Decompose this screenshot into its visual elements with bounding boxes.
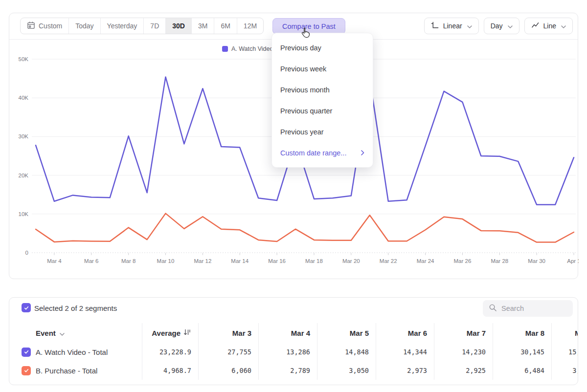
linear-axis-icon bbox=[431, 21, 439, 31]
table-row-label-b-purchase-total: B. Purchase - Total bbox=[9, 361, 142, 380]
chart-type-dropdown-button[interactable]: Line bbox=[524, 18, 573, 34]
date-header-label: Mar 5 bbox=[350, 329, 369, 337]
segments-table: EventAverageMar 3Mar 4Mar 5Mar 6Mar 7Mar… bbox=[9, 323, 578, 380]
date-range-3m[interactable]: 3M bbox=[191, 18, 214, 34]
table-row-label-a-watch-video-total: A. Watch Video - Total bbox=[9, 343, 142, 361]
x-axis-tick-label: Mar 20 bbox=[342, 258, 360, 264]
x-axis-tick-label: Mar 18 bbox=[305, 258, 323, 264]
x-axis-tick-label: Mar 22 bbox=[380, 258, 397, 264]
cell-clipped: 15, bbox=[551, 343, 578, 361]
row-checkbox[interactable] bbox=[22, 366, 31, 375]
date-range-30d[interactable]: 30D bbox=[165, 18, 191, 34]
chart-display-controls: Linear Day Line bbox=[424, 18, 573, 34]
cell-mar-4: 2,789 bbox=[258, 361, 317, 380]
checkmark-icon bbox=[23, 305, 29, 311]
series-line-b-purchase-total[interactable] bbox=[36, 214, 574, 242]
row-checkbox[interactable] bbox=[22, 348, 31, 357]
legend-swatch bbox=[222, 46, 228, 52]
sort-descending-icon bbox=[183, 328, 191, 338]
y-axis-tick-label: 30K bbox=[19, 133, 29, 139]
y-axis-tick-label: 10K bbox=[19, 211, 29, 217]
custom-date-range-label: Custom date range... bbox=[280, 149, 346, 157]
date-range-control: CustomTodayYesterday7D30D3M6M12M bbox=[20, 18, 264, 34]
table-header-event[interactable]: Event bbox=[9, 323, 142, 343]
menu-item-previous-day[interactable]: Previous day bbox=[272, 37, 373, 58]
x-axis-tick-label: Apr 1 bbox=[567, 258, 579, 264]
y-axis-tick-label: 50K bbox=[19, 56, 29, 62]
table-header-clipped: M bbox=[551, 323, 578, 343]
chevron-right-icon bbox=[361, 149, 364, 157]
date-range-6m[interactable]: 6M bbox=[214, 18, 236, 34]
segments-search-box[interactable] bbox=[483, 300, 573, 317]
date-range-yesterday[interactable]: Yesterday bbox=[100, 18, 144, 34]
table-header-mar-8[interactable]: Mar 8 bbox=[493, 323, 551, 343]
date-range-label: 30D bbox=[172, 22, 185, 30]
segment-label: A. Watch Video - Total bbox=[36, 348, 108, 356]
cell-mar-7: 2,925 bbox=[434, 361, 493, 380]
scale-dropdown-label: Linear bbox=[443, 22, 462, 30]
cell-mar-7: 14,230 bbox=[434, 343, 493, 361]
date-range-custom[interactable]: Custom bbox=[21, 18, 68, 34]
date-range-label: 7D bbox=[150, 22, 159, 30]
date-range-label: 6M bbox=[221, 22, 230, 30]
table-header-mar-6[interactable]: Mar 6 bbox=[376, 323, 434, 343]
date-range-label: Custom bbox=[39, 22, 62, 30]
selected-segments-label: Selected 2 of 2 segments bbox=[34, 304, 117, 312]
line-chart-icon bbox=[531, 21, 540, 31]
interval-dropdown-button[interactable]: Day bbox=[484, 18, 519, 34]
menu-item-label: Previous month bbox=[280, 86, 330, 94]
cell-average: 4,968.7 bbox=[142, 361, 198, 380]
menu-item-previous-month[interactable]: Previous month bbox=[272, 79, 373, 100]
menu-item-previous-week[interactable]: Previous week bbox=[272, 58, 373, 79]
average-header-label: Average bbox=[152, 329, 181, 337]
x-axis-tick-label: Mar 12 bbox=[194, 258, 212, 264]
menu-item-previous-year[interactable]: Previous year bbox=[272, 121, 373, 142]
chevron-down-icon bbox=[467, 22, 472, 30]
table-header-mar-7[interactable]: Mar 7 bbox=[434, 323, 493, 343]
y-axis-tick-label: 0 bbox=[25, 250, 28, 256]
segments-summary-row: Selected 2 of 2 segments bbox=[9, 298, 578, 323]
search-icon bbox=[489, 304, 497, 314]
cell-mar-8: 30,145 bbox=[493, 343, 551, 361]
cell-average: 23,228.9 bbox=[142, 343, 198, 361]
cell-mar-8: 6,484 bbox=[493, 361, 551, 380]
x-axis-tick-label: Mar 24 bbox=[417, 258, 434, 264]
table-header-mar-5[interactable]: Mar 5 bbox=[317, 323, 376, 343]
y-axis-tick-label: 40K bbox=[19, 95, 29, 101]
x-axis-tick-label: Mar 4 bbox=[47, 258, 62, 264]
chart-type-dropdown-label: Line bbox=[543, 22, 556, 30]
date-range-label: Yesterday bbox=[107, 22, 137, 30]
search-input[interactable] bbox=[501, 305, 565, 312]
date-range-today[interactable]: Today bbox=[68, 18, 100, 34]
date-range-label: 3M bbox=[198, 22, 207, 30]
x-axis-tick-label: Mar 28 bbox=[491, 258, 508, 264]
select-all-checkbox[interactable] bbox=[22, 303, 31, 312]
scale-dropdown-button[interactable]: Linear bbox=[424, 18, 479, 34]
x-axis-tick-label: Mar 6 bbox=[84, 258, 98, 264]
date-range-label: Today bbox=[75, 22, 93, 30]
x-axis-tick-label: Mar 10 bbox=[157, 258, 175, 264]
date-range-12m[interactable]: 12M bbox=[237, 18, 263, 34]
y-axis-tick-label: 20K bbox=[19, 173, 29, 178]
x-axis-tick-label: Mar 8 bbox=[121, 258, 135, 264]
clipped-header-label: M bbox=[575, 329, 578, 337]
menu-item-label: Previous day bbox=[280, 44, 321, 52]
cell-clipped: 3, bbox=[551, 361, 578, 380]
cell-mar-5: 14,848 bbox=[317, 343, 376, 361]
cell-mar-6: 2,973 bbox=[376, 361, 434, 380]
menu-item-previous-quarter[interactable]: Previous quarter bbox=[272, 100, 373, 121]
cell-mar-3: 27,755 bbox=[198, 343, 258, 361]
menu-item-custom-date-range[interactable]: Custom date range... bbox=[272, 142, 373, 163]
event-header-label: Event bbox=[36, 329, 56, 337]
menu-item-label: Previous year bbox=[280, 128, 324, 136]
date-range-label: 12M bbox=[244, 22, 257, 30]
date-header-label: Mar 6 bbox=[408, 329, 427, 337]
x-axis-tick-label: Mar 26 bbox=[454, 258, 472, 264]
table-header-mar-3[interactable]: Mar 3 bbox=[198, 323, 258, 343]
compare-to-past-menu: Previous dayPrevious weekPrevious monthP… bbox=[271, 33, 373, 168]
table-header-average[interactable]: Average bbox=[142, 323, 198, 343]
date-header-label: Mar 7 bbox=[467, 329, 486, 337]
table-header-mar-4[interactable]: Mar 4 bbox=[258, 323, 317, 343]
date-range-7d[interactable]: 7D bbox=[143, 18, 165, 34]
hand-cursor-icon bbox=[300, 26, 311, 41]
